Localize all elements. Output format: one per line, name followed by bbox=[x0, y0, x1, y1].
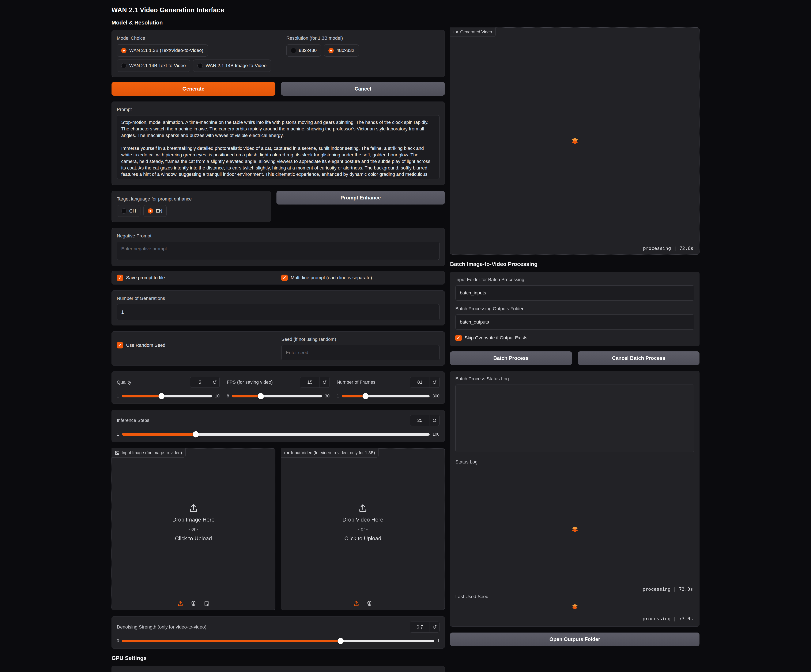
sliders-panel: Quality 5↺ 1 10 FPS (for saving video) 1… bbox=[112, 371, 445, 404]
fps-value[interactable]: 15 bbox=[300, 377, 319, 388]
image-icon bbox=[115, 450, 120, 455]
torch-dtype-label: Torch DType bbox=[344, 671, 439, 672]
slider-max: 1 bbox=[437, 638, 439, 643]
generate-button[interactable]: Generate bbox=[112, 82, 275, 96]
reset-icon[interactable]: ↺ bbox=[429, 377, 439, 388]
random-seed-checkbox[interactable]: ✓ Use Random Seed bbox=[117, 342, 281, 349]
frames-value[interactable]: 81 bbox=[410, 377, 429, 388]
radio-model-14b-i2v[interactable]: WAN 2.1 14B Image-to-Video bbox=[193, 59, 271, 72]
batch-log-textarea[interactable] bbox=[455, 384, 694, 452]
inference-steps-panel: Inference Steps 25↺ 1 100 bbox=[112, 410, 445, 442]
video-icon bbox=[453, 30, 458, 34]
checkbox-checked-icon: ✓ bbox=[455, 335, 461, 341]
frames-numbox[interactable]: 81↺ bbox=[410, 377, 439, 388]
status-log-pending-area: processing | 73.0s bbox=[455, 465, 694, 594]
inference-numbox[interactable]: 25↺ bbox=[410, 415, 439, 426]
denoising-panel: Denoising Strength (only for video-to-vi… bbox=[112, 616, 445, 648]
radio-res-832x480[interactable]: 832x480 bbox=[287, 44, 321, 57]
paste-clipboard-icon[interactable] bbox=[204, 600, 210, 606]
model-choice-group: Model Choice WAN 2.1 1.3B (Text/Video-to… bbox=[117, 36, 279, 72]
quality-value[interactable]: 5 bbox=[190, 377, 210, 388]
reset-icon[interactable]: ↺ bbox=[319, 377, 329, 388]
open-outputs-button[interactable]: Open Outputs Folder bbox=[450, 633, 699, 646]
radio-dot bbox=[328, 48, 334, 53]
radio-label: 480x832 bbox=[336, 48, 354, 53]
input-video-dropzone[interactable]: Input Video (for video-to-video, only fo… bbox=[281, 448, 445, 610]
save-prompt-checkbox[interactable]: ✓ Save prompt to file bbox=[117, 274, 281, 281]
num-generations-input[interactable] bbox=[117, 304, 439, 320]
page-title: WAN 2.1 Video Generation Interface bbox=[112, 6, 699, 14]
inference-value[interactable]: 25 bbox=[410, 415, 429, 426]
radio-lang-ch[interactable]: CH bbox=[117, 205, 141, 217]
skip-overwrite-checkbox[interactable]: ✓ Skip Overwrite if Output Exists bbox=[455, 335, 694, 341]
quality-slider[interactable] bbox=[122, 395, 212, 398]
slider-handle[interactable] bbox=[159, 393, 165, 399]
vram-preset-label: GPU VRAM Preset bbox=[117, 671, 229, 672]
input-image-dropzone[interactable]: Input Image (for image-to-video) Drop Im… bbox=[112, 448, 275, 610]
upload-source-icon[interactable] bbox=[353, 600, 360, 606]
slider-handle[interactable] bbox=[363, 393, 369, 399]
multiline-prompt-checkbox[interactable]: ✓ Multi-line prompt (each line is separa… bbox=[281, 274, 372, 281]
reset-icon[interactable]: ↺ bbox=[429, 415, 439, 426]
radio-model-14b-t2v[interactable]: WAN 2.1 14B Text-to-Video bbox=[117, 59, 190, 72]
checkbox-checked-icon: ✓ bbox=[117, 274, 123, 281]
denoising-numbox[interactable]: 0.7↺ bbox=[410, 621, 439, 633]
cancel-batch-button[interactable]: Cancel Batch Process bbox=[578, 351, 700, 365]
batch-input-folder-input[interactable] bbox=[455, 285, 694, 301]
radio-lang-en[interactable]: EN bbox=[143, 205, 167, 217]
fps-label: FPS (for saving video) bbox=[227, 379, 273, 385]
webcam-source-icon[interactable] bbox=[366, 600, 373, 606]
prompt-textarea[interactable]: Stop-motion, model animation. A time-mac… bbox=[117, 115, 439, 179]
num-persistent-group: num_persistent_param_in_dit bbox=[237, 671, 336, 672]
reset-icon[interactable]: ↺ bbox=[210, 377, 219, 388]
batch-process-button[interactable]: Batch Process bbox=[450, 351, 572, 365]
left-column: Model & Resolution Model Choice WAN 2.1 … bbox=[112, 19, 445, 672]
click-upload-text[interactable]: Click to Upload bbox=[344, 535, 382, 542]
slider-handle[interactable] bbox=[258, 393, 264, 399]
generation-status: processing | 72.6s bbox=[643, 245, 693, 251]
last-seed-label: Last Used Seed bbox=[455, 594, 694, 599]
multiline-prompt-label: Multi-line prompt (each line is separate… bbox=[290, 275, 372, 281]
or-text: - or - bbox=[188, 526, 199, 532]
seed-panel: ✓ Use Random Seed Seed (if not using ran… bbox=[112, 331, 445, 366]
click-upload-text[interactable]: Click to Upload bbox=[175, 535, 212, 542]
inference-slider[interactable] bbox=[122, 433, 429, 436]
drop-image-text: Drop Image Here bbox=[172, 516, 214, 523]
batch-output-folder-label: Batch Processing Outputs Folder bbox=[455, 306, 694, 311]
generated-video-corner-label: Generated Video bbox=[450, 27, 496, 37]
fps-numbox[interactable]: 15↺ bbox=[300, 377, 329, 388]
slider-handle[interactable] bbox=[193, 431, 199, 437]
video-icon bbox=[284, 450, 289, 455]
frames-slider-group: Number of Frames 81↺ 1 300 bbox=[337, 377, 439, 398]
radio-dot bbox=[121, 63, 127, 68]
negative-prompt-textarea[interactable] bbox=[117, 242, 439, 260]
vram-preset-group: GPU VRAM Preset 4GB 6GB 8GB 10GB 12GB 16… bbox=[117, 671, 229, 672]
checkbox-checked-icon: ✓ bbox=[117, 342, 123, 349]
seed-input[interactable] bbox=[281, 345, 439, 360]
cancel-button[interactable]: Cancel bbox=[281, 82, 445, 96]
model-resolution-panel: Model Choice WAN 2.1 1.3B (Text/Video-to… bbox=[112, 30, 445, 77]
last-seed-processing: processing | 73.0s bbox=[643, 616, 693, 621]
radio-res-480x832[interactable]: 480x832 bbox=[324, 44, 359, 57]
fps-slider[interactable] bbox=[232, 395, 322, 398]
reset-icon[interactable]: ↺ bbox=[429, 622, 439, 632]
slider-handle[interactable] bbox=[338, 638, 344, 644]
quality-numbox[interactable]: 5↺ bbox=[190, 377, 220, 388]
prompt-label: Prompt bbox=[117, 107, 439, 112]
status-log-label: Status Log bbox=[455, 459, 694, 465]
image-source-selector bbox=[112, 597, 275, 610]
num-generations-label: Number of Generations bbox=[117, 296, 439, 301]
prompt-enhance-button[interactable]: Prompt Enhance bbox=[277, 191, 445, 205]
prompt-options-panel: ✓ Save prompt to file ✓ Multi-line promp… bbox=[112, 271, 445, 284]
denoising-value[interactable]: 0.7 bbox=[410, 622, 429, 632]
page: WAN 2.1 Video Generation Interface Model… bbox=[112, 0, 699, 672]
seed-label: Seed (if not using random) bbox=[281, 337, 439, 342]
batch-output-folder-input[interactable] bbox=[455, 315, 694, 330]
slider-max: 100 bbox=[433, 432, 439, 437]
webcam-source-icon[interactable] bbox=[190, 600, 197, 606]
denoising-slider[interactable] bbox=[122, 640, 434, 642]
batch-input-folder-label: Input Folder for Batch Processing bbox=[455, 277, 694, 283]
frames-slider[interactable] bbox=[342, 395, 429, 398]
radio-model-13b[interactable]: WAN 2.1 1.3B (Text/Video-to-Video) bbox=[117, 44, 208, 57]
upload-source-icon[interactable] bbox=[177, 600, 183, 606]
